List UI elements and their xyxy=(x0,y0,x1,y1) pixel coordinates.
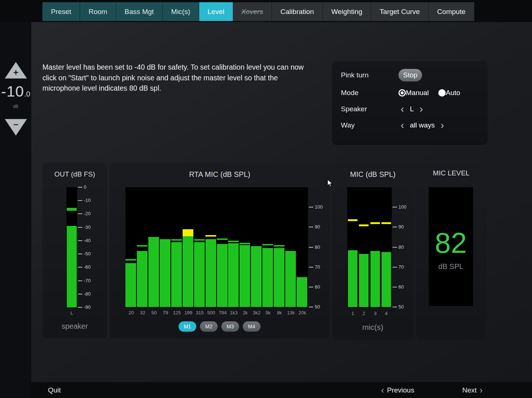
tab-calibration[interactable]: Calibration xyxy=(272,2,323,21)
scale-tick xyxy=(393,307,397,307)
volume-down-button[interactable]: − xyxy=(5,119,27,136)
mic-button-m1[interactable]: M1 xyxy=(179,321,196,332)
scale-tick-label: 100 xyxy=(398,204,407,210)
scale-tick xyxy=(78,294,82,294)
master-volume-sidebar: + -10.0 dB − xyxy=(0,22,31,398)
mic-meter-peak xyxy=(370,222,380,224)
mode-radio-auto[interactable]: Auto xyxy=(438,89,460,97)
scale-tick xyxy=(309,287,313,287)
way-value: all ways xyxy=(406,121,439,129)
mic-number-label: 4 xyxy=(381,311,392,316)
scale-tick xyxy=(78,267,82,268)
speaker-value: L xyxy=(406,105,418,113)
out-meter-bar xyxy=(67,226,77,307)
mode-option-label: Auto xyxy=(446,89,460,97)
volume-up-button[interactable]: + xyxy=(5,62,27,78)
mouse-cursor xyxy=(326,179,334,187)
master-volume-value: -10.0 xyxy=(0,83,31,100)
tab-level[interactable]: Level xyxy=(199,2,233,21)
chevron-left-icon: ‹ xyxy=(378,386,387,395)
stop-button[interactable]: Stop xyxy=(398,69,422,81)
out-meter-title: OUT (dB FS) xyxy=(42,170,107,178)
calibration-wizard-window: PresetRoomBass MgtMic(s)LevelXoversCalib… xyxy=(0,0,532,398)
mic-level-meters xyxy=(347,187,392,307)
speaker-next-button[interactable]: › xyxy=(418,104,425,114)
mic-level-unit: dB SPL xyxy=(429,262,473,271)
mode-radio-manual[interactable]: Manual xyxy=(398,89,429,97)
way-prev-button[interactable]: ‹ xyxy=(398,121,406,130)
mic-button-m3[interactable]: M3 xyxy=(221,321,239,332)
tab-target-curve[interactable]: Target Curve xyxy=(371,2,429,21)
scale-tick-label: 50 xyxy=(315,304,320,310)
rta-band-peak xyxy=(205,235,216,237)
mic-meters-title: MIC (dB SPL) xyxy=(332,170,414,179)
rta-band-bar xyxy=(239,245,250,307)
instruction-text: Master level has been set to -40 dB for … xyxy=(42,62,317,94)
scale-tick-label: 80 xyxy=(315,244,320,250)
way-next-button[interactable]: › xyxy=(439,121,446,130)
speaker-prev-button[interactable]: ‹ xyxy=(398,104,406,114)
rta-band-peak xyxy=(217,238,228,240)
next-button[interactable]: Next › xyxy=(462,382,486,398)
mic-level-title: MIC LEVEL xyxy=(416,169,486,177)
rta-band-bar xyxy=(228,243,239,307)
chevron-right-icon: › xyxy=(477,386,486,395)
rta-frequency-label: 13k xyxy=(285,310,297,315)
rta-band-bar xyxy=(274,248,284,307)
tab-bass-mgt[interactable]: Bass Mgt xyxy=(116,2,163,21)
tab-compute[interactable]: Compute xyxy=(429,2,474,21)
scale-tick xyxy=(78,187,82,188)
tab-weighting[interactable]: Weighting xyxy=(323,2,371,21)
scale-tick-label: 0 xyxy=(84,184,86,190)
tab-xovers[interactable]: Xovers xyxy=(233,2,272,21)
scale-tick xyxy=(78,200,82,201)
out-caption: speaker xyxy=(42,322,107,331)
mode-radio-group: ManualAuto xyxy=(398,89,460,97)
rta-band-bar xyxy=(171,242,182,307)
rta-band-peak xyxy=(125,259,136,261)
rta-frequency-label: 50 xyxy=(148,310,160,315)
pink-turn-label: Pink turn xyxy=(341,71,398,79)
rta-title: RTA MIC (dB SPL) xyxy=(110,170,329,179)
rta-band-peak xyxy=(183,229,193,236)
rta-band-bar xyxy=(125,263,136,307)
rta-band-bar xyxy=(137,251,148,307)
main-content: Master level has been set to -40 dB for … xyxy=(31,22,532,382)
rta-frequency-label: 5k xyxy=(262,310,274,315)
previous-button[interactable]: ‹ Previous xyxy=(378,382,414,398)
scale-tick xyxy=(309,267,313,268)
scale-tick xyxy=(393,227,397,227)
mic-button-m4[interactable]: M4 xyxy=(243,321,260,332)
tab-mic-s[interactable]: Mic(s) xyxy=(163,2,199,21)
wizard-tab-bar: PresetRoomBass MgtMic(s)LevelXoversCalib… xyxy=(42,2,474,21)
scale-tick xyxy=(393,267,397,268)
mic-select-buttons: M1M2M3M4 xyxy=(179,321,260,332)
minus-icon: − xyxy=(5,120,27,129)
rta-spectrum-chart xyxy=(125,187,308,307)
scale-tick xyxy=(309,227,313,227)
rta-band-bar xyxy=(285,251,296,307)
scale-tick xyxy=(309,207,313,207)
mic-level-value: 82 xyxy=(429,228,473,257)
mic-meter-peak xyxy=(348,219,357,221)
scale-tick xyxy=(309,307,313,307)
rta-band-bar xyxy=(160,239,170,307)
tab-room[interactable]: Room xyxy=(80,2,116,21)
rta-frequency-label: 79 xyxy=(160,310,171,315)
mic-button-m2[interactable]: M2 xyxy=(200,321,218,332)
scale-tick xyxy=(78,213,82,214)
rta-band-peak xyxy=(171,239,182,241)
mic-meter-peak xyxy=(381,222,391,224)
master-volume-unit: dB xyxy=(0,104,31,109)
mic-number-label: 3 xyxy=(370,311,381,316)
mic-meters-panel: MIC (dB SPL) mic(s) 12341009080706050 xyxy=(332,162,414,340)
quit-button[interactable]: Quit xyxy=(48,382,61,398)
tab-preset[interactable]: Preset xyxy=(42,2,80,21)
rta-frequency-label: 315 xyxy=(194,310,205,315)
rta-band-peak xyxy=(274,245,284,247)
mic-meter-bar xyxy=(359,254,369,307)
rta-frequency-label: 8k xyxy=(274,310,285,315)
mic-meter-bar xyxy=(370,251,380,307)
way-label: Way xyxy=(341,121,398,129)
scale-tick-label: 80 xyxy=(398,244,404,250)
